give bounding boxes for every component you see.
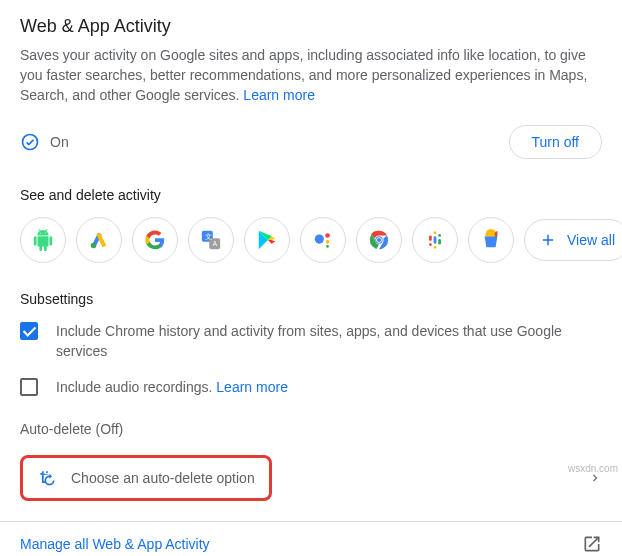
plus-icon — [539, 231, 557, 249]
svg-point-13 — [377, 238, 381, 242]
learn-more-link[interactable]: Learn more — [243, 87, 315, 103]
chrome-history-label: Include Chrome history and activity from… — [56, 321, 602, 361]
google-assistant-icon[interactable] — [300, 217, 346, 263]
svg-point-1 — [91, 243, 97, 249]
svg-point-20 — [438, 234, 441, 237]
google-shopping-icon[interactable] — [468, 217, 514, 263]
svg-rect-17 — [429, 235, 432, 241]
svg-point-15 — [434, 246, 437, 249]
auto-delete-icon — [37, 468, 57, 488]
status-row: On Turn off — [20, 125, 602, 159]
svg-point-7 — [325, 233, 330, 238]
view-all-label: View all — [567, 232, 615, 248]
chrome-icon[interactable] — [356, 217, 402, 263]
svg-text:文: 文 — [205, 232, 212, 241]
svg-point-19 — [429, 243, 432, 246]
audio-recordings-label: Include audio recordings. Learn more — [56, 377, 288, 397]
auto-delete-option-row[interactable]: Choose an auto-delete option — [20, 449, 602, 507]
android-icon[interactable] — [20, 217, 66, 263]
google-podcasts-icon[interactable] — [412, 217, 458, 263]
google-search-icon[interactable] — [132, 217, 178, 263]
watermark: wsxdn.com — [568, 463, 618, 474]
description: Saves your activity on Google sites and … — [20, 45, 602, 105]
manage-activity-link[interactable]: Manage all Web & App Activity — [20, 536, 210, 552]
google-ads-icon[interactable] — [76, 217, 122, 263]
svg-text:A: A — [213, 240, 218, 247]
divider — [0, 521, 622, 522]
svg-rect-18 — [438, 239, 441, 245]
activity-heading: See and delete activity — [20, 187, 602, 203]
audio-recordings-checkbox[interactable] — [20, 378, 38, 396]
activity-icons-row: 文A View all — [20, 217, 602, 263]
subsetting-chrome-history: Include Chrome history and activity from… — [20, 321, 602, 361]
svg-point-6 — [315, 235, 324, 244]
svg-point-9 — [326, 245, 329, 248]
turn-off-button[interactable]: Turn off — [509, 125, 602, 159]
svg-rect-16 — [434, 236, 437, 243]
view-all-button[interactable]: View all — [524, 219, 622, 261]
google-translate-icon[interactable]: 文A — [188, 217, 234, 263]
checkmark-circle-icon — [20, 132, 40, 152]
status-text: On — [50, 134, 69, 150]
chrome-history-checkbox[interactable] — [20, 322, 38, 340]
svg-point-0 — [23, 135, 38, 150]
page-title: Web & App Activity — [20, 16, 602, 37]
manage-row: Manage all Web & App Activity — [20, 534, 602, 554]
auto-delete-highlight: Choose an auto-delete option — [20, 455, 272, 501]
subsetting-audio-recordings: Include audio recordings. Learn more — [20, 377, 602, 397]
auto-delete-option-label: Choose an auto-delete option — [71, 470, 255, 486]
subsettings-heading: Subsettings — [20, 291, 602, 307]
svg-point-14 — [434, 231, 437, 234]
svg-point-8 — [326, 240, 330, 244]
auto-delete-heading: Auto-delete (Off) — [20, 421, 602, 437]
audio-learn-more-link[interactable]: Learn more — [216, 379, 288, 395]
google-play-icon[interactable] — [244, 217, 290, 263]
open-external-icon[interactable] — [582, 534, 602, 554]
status-indicator: On — [20, 132, 69, 152]
